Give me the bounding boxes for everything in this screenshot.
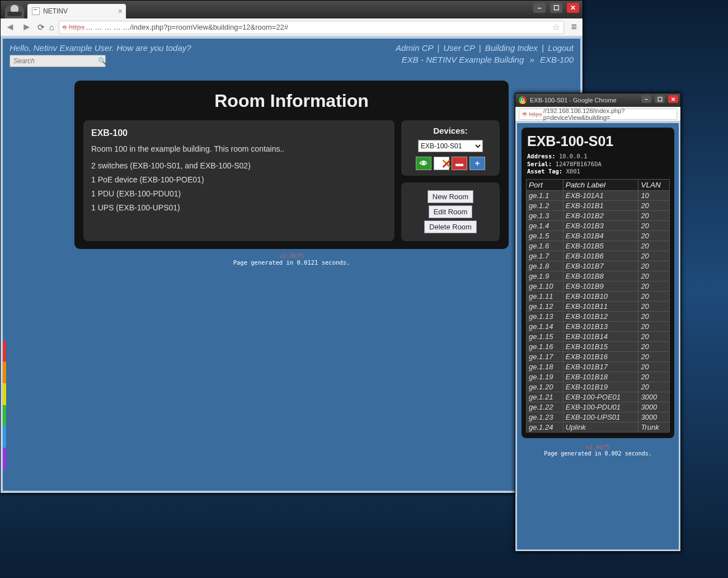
cell-vlan: 20 [638,281,670,291]
cell-vlan: 20 [638,251,670,261]
port-row[interactable]: ge.1.9EXB-101B820 [527,271,670,281]
room-line-2: 1 PoE device (EXB-100-POE01) [91,175,387,185]
gen-time-text: Page generated in 0.0121 seconds. [233,259,350,266]
port-row[interactable]: ge.1.2EXB-101B120 [527,200,670,210]
browser-toolbar: ◄ ► ⟳ ⌂ ⦸ https … … … … …/index.php?p=ro… [1,18,583,36]
popup-body: EXB-100-S01 Address: 10.0.0.1 Serial: 12… [515,121,680,551]
nav-back-icon[interactable]: ◄ [4,21,16,33]
popup-maximize-button[interactable]: ☐ [655,95,665,103]
popup-titlebar[interactable]: EXB-100-S01 - Google Chrome – ☐ ✕ [515,93,680,107]
https-label: https [69,23,84,31]
port-row[interactable]: ge.1.24UplinkTrunk [527,422,670,432]
cell-patch-label: Uplink [563,422,638,432]
cell-port: ge.1.15 [527,331,563,341]
device-popup-window: EXB-100-S01 - Google Chrome – ☐ ✕ ⦸ http… [515,93,681,552]
device-edit-icon[interactable] [434,157,449,170]
meta-serial: 12478FB1676DA [556,161,602,167]
port-row[interactable]: ge.1.20EXB-101B1920 [527,382,670,392]
port-row[interactable]: ge.1.7EXB-101B620 [527,251,670,261]
port-row[interactable]: ge.1.15EXB-101B1420 [527,331,670,341]
search-box[interactable]: 🔍 [10,55,106,67]
port-row[interactable]: ge.1.19EXB-101B1820 [527,372,670,382]
breadcrumb-room[interactable]: EXB-100 [540,55,574,64]
window-minimize-button[interactable]: – [533,3,546,13]
page-footer: v2.0b75 Page generated in 0.0121 seconds… [3,252,580,266]
cell-vlan: 20 [638,372,670,382]
port-row[interactable]: ge.1.22EXB-100-PDU013000 [527,402,670,412]
https-label: https [529,111,542,118]
nav-forward-icon[interactable]: ► [21,21,33,33]
tab-title: NETINV [43,7,68,15]
nav-admin-cp[interactable]: Admin CP [396,43,433,53]
cell-port: ge.1.21 [527,392,563,402]
devices-panel: Devices: EXB-100-S01 👁 ▬ ＋ [401,120,500,176]
port-row[interactable]: ge.1.18EXB-101B1720 [527,361,670,372]
port-row[interactable]: ge.1.12EXB-101B1120 [527,301,670,311]
port-row[interactable]: ge.1.16EXB-101B1520 [527,341,670,351]
port-row[interactable]: ge.1.11EXB-101B1020 [527,291,670,301]
search-input[interactable] [13,57,98,65]
window-close-button[interactable]: ✕ [567,3,579,13]
page-content: Hello, Netinv Example User. How are you … [1,36,583,493]
port-row[interactable]: ge.1.13EXB-101B1220 [527,311,670,321]
room-actions-panel: New Room Edit Room Delete Room [401,182,500,241]
port-row[interactable]: ge.1.14EXB-101B1320 [527,321,670,331]
device-meta: Address: 10.0.0.1 Serial: 12478FB1676DA … [527,153,670,176]
port-row[interactable]: ge.1.17EXB-101B1620 [527,351,670,361]
cell-vlan: 20 [638,331,670,341]
col-port: Port [527,179,563,190]
cell-patch-label: EXB-101B10 [563,291,638,301]
port-row[interactable]: ge.1.4EXB-101B320 [527,220,670,231]
tab-close-icon[interactable]: × [118,7,123,16]
port-row[interactable]: ge.1.6EXB-101B520 [527,241,670,251]
cell-patch-label: EXB-101B9 [563,281,638,291]
popup-address-bar[interactable]: ⦸ https //192.168.106.128/index.php?p=de… [519,109,677,120]
nav-logout[interactable]: Logout [548,43,574,53]
nav-building-index[interactable]: Building Index [485,43,538,53]
browser-tab[interactable]: NETINV × [27,4,126,18]
cell-port: ge.1.17 [527,351,563,361]
port-row[interactable]: ge.1.3EXB-101B220 [527,210,670,220]
bookmark-star-icon[interactable]: ☆ [552,22,560,32]
port-row[interactable]: ge.1.23EXB-100-UPS013000 [527,412,670,422]
port-row[interactable]: ge.1.8EXB-101B720 [527,261,670,271]
port-row[interactable]: ge.1.5EXB-101B420 [527,231,670,241]
new-room-button[interactable]: New Room [428,190,473,203]
port-row[interactable]: ge.1.21EXB-100-POE013000 [527,392,670,402]
cell-patch-label: EXB-101B5 [563,241,638,251]
device-add-icon[interactable]: ＋ [469,157,485,170]
browser-tab-strip: NETINV × – ☐ ✕ [1,1,583,18]
cell-vlan: 3000 [638,402,670,412]
device-select[interactable]: EXB-100-S01 [418,140,483,152]
address-bar[interactable]: ⦸ https … … … … …/index.php?p=roomView&b… [59,21,565,34]
device-delete-icon[interactable]: ▬ [452,157,467,170]
breadcrumb-building[interactable]: EXB - NETINV Example Building [402,55,524,64]
room-desc: Room 100 in the example building. This r… [91,144,387,154]
edit-room-button[interactable]: Edit Room [429,205,473,218]
home-icon[interactable]: ⌂ [49,22,54,32]
reload-icon[interactable]: ⟳ [37,22,45,32]
device-view-icon[interactable]: 👁 [416,157,431,170]
cell-vlan: 20 [638,271,670,281]
window-maximize-button[interactable]: ☐ [550,3,562,13]
port-row[interactable]: ge.1.1EXB-101A110 [527,190,670,200]
nav-user-cp[interactable]: User CP [443,43,475,53]
col-vlan: VLAN [638,179,670,190]
cell-vlan: 20 [638,231,670,241]
port-row[interactable]: ge.1.10EXB-101B920 [527,281,670,291]
header-nav: Admin CP | User CP | Building Index | Lo… [396,43,574,53]
popup-minimize-button[interactable]: – [641,95,651,103]
browser-menu-icon[interactable]: ≡ [569,21,579,33]
search-icon[interactable]: 🔍 [98,57,106,65]
cell-vlan: 20 [638,361,670,372]
cell-port: ge.1.11 [527,291,563,301]
nav-sep: | [437,43,439,53]
delete-room-button[interactable]: Delete Room [424,220,477,233]
insecure-lock-icon: ⦸ [63,24,67,31]
popup-close-button[interactable]: ✕ [668,95,678,103]
room-line-4: 1 UPS (EXB-100-UPS01) [91,203,387,213]
cell-port: ge.1.8 [527,261,563,271]
popup-gen-time-text: Page generated in 0.002 seconds. [544,450,652,457]
popup-window-controls: – ☐ ✕ [641,95,678,103]
cell-patch-label: EXB-101B7 [563,261,638,271]
